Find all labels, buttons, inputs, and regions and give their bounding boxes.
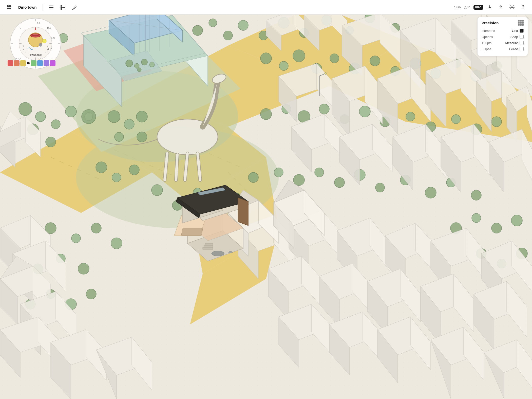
precision-row-3: Ellipse Guide (482, 47, 524, 51)
svg-point-116 (71, 234, 81, 243)
svg-text:6.93: 6.93 (51, 37, 55, 39)
svg-point-70 (137, 68, 141, 72)
svg-text:4.16: 4.16 (48, 48, 52, 50)
svg-point-65 (137, 132, 147, 142)
toolbar: Dino town (0, 0, 532, 15)
precision-header: Precision (482, 20, 524, 26)
help-button[interactable]: ? (518, 3, 528, 12)
svg-point-44 (223, 31, 233, 40)
color-swatch-purple[interactable] (44, 60, 49, 66)
grid-view-button[interactable] (46, 3, 56, 12)
precision-row-label-2: 1:1 pts (482, 41, 491, 45)
precision-row-option-0[interactable]: Grid (512, 29, 524, 33)
svg-rect-294 (205, 243, 213, 245)
precision-row-2: 1:1 pts Measure (482, 41, 524, 45)
map-canvas[interactable] (0, 0, 532, 399)
precision-title: Precision (482, 21, 499, 25)
precision-row-label-1: Options (482, 35, 493, 39)
svg-point-340 (39, 43, 42, 46)
color-swatch-green[interactable] (31, 60, 36, 66)
precision-row-label-0: Isometric (482, 29, 495, 33)
svg-rect-309 (61, 8, 62, 10)
list-view-button[interactable] (58, 3, 68, 12)
svg-point-110 (375, 183, 385, 192)
svg-point-42 (193, 25, 203, 35)
svg-point-43 (209, 19, 217, 27)
svg-point-63 (136, 111, 147, 122)
svg-point-57 (46, 137, 56, 147)
svg-point-67 (134, 63, 139, 68)
svg-point-98 (129, 165, 139, 175)
svg-point-84 (260, 108, 272, 120)
color-swatch-orange[interactable] (14, 60, 20, 66)
svg-point-53 (19, 102, 32, 116)
svg-rect-302 (7, 8, 9, 9)
svg-point-128 (491, 223, 502, 233)
svg-point-72 (279, 61, 288, 70)
svg-rect-314 (499, 9, 503, 9)
svg-rect-313 (488, 9, 491, 9)
download-button[interactable] (485, 3, 495, 12)
precision-checkbox-2[interactable] (520, 41, 524, 45)
svg-point-299 (325, 72, 327, 75)
svg-point-56 (51, 120, 60, 129)
svg-point-293 (229, 251, 233, 253)
svg-point-129 (511, 215, 522, 226)
pen-tool-button[interactable] (70, 3, 79, 12)
svg-point-97 (112, 173, 121, 182)
pro-badge: PRO (473, 5, 483, 10)
svg-point-104 (248, 172, 258, 183)
svg-rect-305 (49, 7, 53, 8)
svg-point-106 (293, 174, 305, 186)
toolbar-divider-1 (43, 4, 43, 11)
svg-rect-301 (9, 5, 11, 7)
svg-point-339 (42, 39, 46, 43)
svg-point-114 (471, 190, 481, 200)
svg-rect-310 (62, 6, 65, 6)
svg-text:16.2: 16.2 (15, 57, 19, 60)
precision-row-option-1[interactable]: Snap (510, 35, 524, 39)
svg-rect-338 (32, 34, 39, 35)
svg-point-66 (126, 60, 133, 67)
svg-marker-291 (238, 198, 248, 226)
svg-point-112 (425, 187, 436, 198)
color-swatch-yellow[interactable] (20, 60, 26, 66)
settings-button[interactable] (507, 3, 517, 12)
color-swatch-blue[interactable] (37, 60, 43, 66)
menu-grid-button[interactable] (4, 3, 14, 12)
svg-rect-303 (9, 8, 11, 9)
color-swatch-red[interactable] (8, 60, 13, 66)
svg-rect-296 (203, 247, 213, 249)
app-title-text: Dino town (18, 5, 36, 9)
svg-point-73 (293, 50, 305, 62)
svg-point-121 (78, 263, 89, 274)
precision-row-0: Isometric Grid (482, 29, 524, 33)
precision-checkbox-3[interactable] (520, 47, 524, 51)
svg-point-91 (406, 112, 415, 121)
svg-point-96 (96, 162, 107, 173)
precision-checkbox-1[interactable] (520, 35, 524, 39)
svg-line-279 (176, 155, 177, 180)
svg-rect-312 (62, 9, 65, 9)
precision-row-label-3: Ellipse (482, 47, 491, 51)
svg-point-93 (451, 115, 461, 124)
precision-panel: Precision Isometric Grid Options Snap 1:… (477, 17, 528, 56)
precision-grid-icon[interactable] (518, 20, 524, 26)
svg-point-118 (111, 238, 122, 249)
zoom-percentage: 14% (454, 5, 461, 9)
app-title-button[interactable]: Dino town (16, 4, 39, 11)
precision-row-option-2[interactable]: Measure (505, 41, 524, 45)
svg-point-105 (274, 168, 283, 177)
precision-row-option-3[interactable]: Guide (509, 47, 524, 51)
svg-rect-308 (61, 7, 62, 8)
precision-checkbox-0[interactable] (520, 29, 524, 33)
svg-point-117 (91, 223, 101, 233)
upload-button[interactable] (496, 3, 506, 12)
svg-text:2.77: 2.77 (38, 57, 43, 60)
svg-point-75 (330, 54, 339, 63)
svg-point-60 (85, 113, 93, 121)
precision-option-label-1: Snap (510, 35, 518, 39)
svg-rect-300 (7, 5, 9, 7)
svg-point-99 (151, 185, 163, 196)
color-swatch-magenta[interactable] (50, 60, 55, 66)
